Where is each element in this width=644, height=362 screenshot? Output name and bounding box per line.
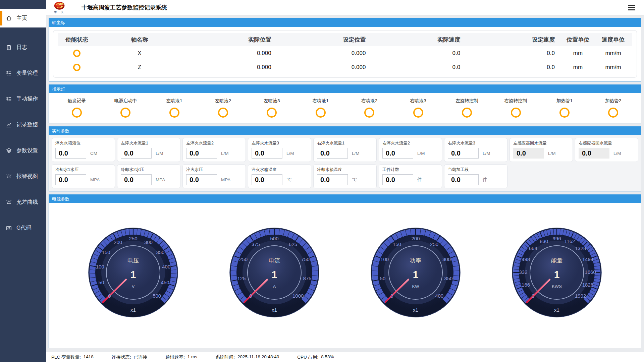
flame-logo-icon (54, 1, 66, 10)
svg-text:350: 350 (156, 249, 164, 255)
param-unit: L/M (548, 151, 556, 156)
param-unit: ℃ (286, 177, 291, 182)
sidebar-menu: 主页日志变量管理手动操作记录数据参数设置报警视图允差曲线G代码 (0, 9, 46, 241)
sidebar-item-报警视图[interactable]: 报警视图 (0, 164, 46, 189)
param-value: 0.0 (121, 148, 152, 159)
param-value: 0.0 (186, 174, 217, 185)
indicator-加热管1: 加热管1 (540, 98, 589, 118)
list-icon (6, 70, 12, 76)
param-unit: 件 (417, 177, 422, 183)
svg-text:300: 300 (144, 239, 153, 245)
param-card-当前加工段: 当前加工段0.0件 (444, 164, 507, 188)
svg-text:0: 0 (249, 293, 252, 299)
status-item: 通讯速率:1 ms (165, 354, 197, 360)
gauge-电压: 050100150200250300350400450500电压1Vx1 (87, 226, 180, 325)
panel-power-title: 电源参数 (49, 195, 641, 203)
param-value: 0.0 (317, 148, 348, 159)
param-unit: 件 (483, 177, 487, 183)
panel-axis-title: 轴坐标 (49, 18, 641, 27)
svg-text:125: 125 (237, 276, 246, 281)
indicator-lamp-icon (169, 108, 179, 118)
param-card-左感应器回水流量: 左感应器回水流量0.0L/M (509, 138, 573, 162)
set-speed: 0.0 (467, 50, 561, 57)
param-unit: L/M (417, 151, 425, 156)
sidebar-item-label: 日志 (16, 44, 27, 51)
param-value: 0.0 (448, 148, 479, 159)
indicator-右喷液3: 右喷液3 (394, 98, 442, 118)
hamburger-menu-icon[interactable] (627, 3, 637, 12)
param-card-左淬火水流量3: 左淬火水流量30.0L/M (248, 138, 311, 162)
gauge-电流: 01252503755006257508751000电流1Ax1 (228, 226, 321, 325)
svg-text:0: 0 (390, 293, 393, 299)
param-label: 淬火水压 (186, 167, 242, 173)
svg-text:1992: 1992 (575, 293, 586, 299)
svg-text:375: 375 (252, 241, 260, 247)
svg-text:50: 50 (98, 280, 104, 285)
gauge-multiplier: x1 (413, 307, 418, 313)
svg-text:50: 50 (380, 276, 386, 281)
gauge-value: 1 (554, 269, 560, 280)
svg-text:1162: 1162 (565, 238, 575, 244)
panel-power: 电源参数 050100150200250300350400450500电压1Vx… (49, 194, 641, 348)
param-card-冷却水1水压: 冷却水1水压0.0MPA (52, 164, 115, 188)
sidebar-item-记录数据[interactable]: 记录数据 (0, 112, 46, 138)
param-label: 冷却水2水压 (121, 167, 177, 173)
param-label: 右感应器回水流量 (579, 140, 635, 146)
main-area: 中 天 十堰高周波工艺参数监控记录系统 轴坐标 使能状态轴名称实际位置设定位置实… (46, 0, 644, 362)
sidebar-item-变量管理[interactable]: 变量管理 (0, 60, 46, 86)
indicator-左喷液2: 左喷液2 (199, 98, 247, 118)
indicator-lamp-icon (316, 108, 326, 118)
svg-text:664: 664 (529, 245, 537, 251)
gauge-row: 050100150200250300350400450500电压1Vx10125… (49, 203, 641, 348)
gauge-value: 1 (413, 269, 419, 280)
sidebar-item-日志[interactable]: 日志 (0, 35, 46, 60)
axis-table-body: X0.0000.0000.00.0mmmm/mZ0.0000.0000.00.0… (58, 46, 632, 74)
sidebar-item-label: 主页 (16, 15, 27, 22)
gauge-multiplier: x1 (554, 307, 559, 313)
indicator-lamp-icon (608, 108, 618, 118)
indicator-lights: 触发记录电源启动中左喷液1左喷液2左喷液3右喷液1右喷液2右喷液3左旋转控制右旋… (49, 93, 641, 123)
param-card-冷却水箱温度: 冷却水箱温度0.0℃ (313, 164, 377, 188)
speed-unit: mm/m (594, 50, 632, 57)
svg-text:100: 100 (380, 256, 389, 262)
speed-unit: mm/m (594, 64, 632, 71)
svg-text:350: 350 (444, 276, 453, 281)
svg-text:0: 0 (532, 293, 535, 299)
svg-text:400: 400 (162, 264, 170, 269)
sidebar-item-允差曲线[interactable]: 允差曲线 (0, 189, 46, 215)
indicator-触发记录: 触发记录 (52, 98, 101, 118)
param-label: 左淬火水流量1 (121, 140, 177, 146)
topbar: 中 天 十堰高周波工艺参数监控记录系统 (46, 0, 644, 15)
gauge-name: 能量 (551, 257, 562, 264)
indicator-加热管2: 加热管2 (589, 98, 638, 118)
indicator-lamp-icon (413, 108, 423, 118)
actual-position: 0.000 (183, 64, 278, 71)
param-value: 0.0 (513, 148, 544, 159)
indicator-label: 加热管1 (556, 98, 573, 104)
svg-text:1826: 1826 (582, 282, 593, 288)
sidebar-item-G代码[interactable]: G代码 (0, 215, 46, 241)
gauge-功率: 050100150200250300350400功率1KWx1 (369, 226, 462, 325)
param-value: 0.0 (579, 148, 609, 159)
set-position: 0.000 (278, 64, 373, 71)
param-value: 0.0 (186, 148, 217, 159)
param-value: 0.0 (382, 174, 413, 185)
param-unit: L/M (352, 151, 360, 156)
axis-table-row: Z0.0000.0000.00.0mmmm/m (58, 60, 632, 74)
param-value: 0.0 (55, 148, 86, 159)
gauge-multiplier: x1 (272, 307, 277, 313)
sidebar-item-主页[interactable]: 主页 (0, 9, 46, 27)
svg-text:500: 500 (153, 293, 161, 299)
sidebar-item-参数设置[interactable]: 参数设置 (0, 138, 46, 164)
indicator-label: 左旋转控制 (455, 98, 478, 104)
indicator-label: 右喷液1 (313, 98, 329, 104)
sidebar-item-手动操作[interactable]: 手动操作 (0, 86, 46, 112)
param-value: 0.0 (448, 174, 479, 185)
enable-status-light (73, 50, 80, 57)
position-unit: mm (561, 50, 594, 57)
svg-text:625: 625 (289, 241, 297, 247)
param-unit: CM (90, 151, 97, 156)
sidebar-item-label: 报警视图 (16, 173, 38, 180)
indicator-label: 触发记录 (68, 98, 86, 104)
indicator-lamp-icon (364, 108, 374, 118)
